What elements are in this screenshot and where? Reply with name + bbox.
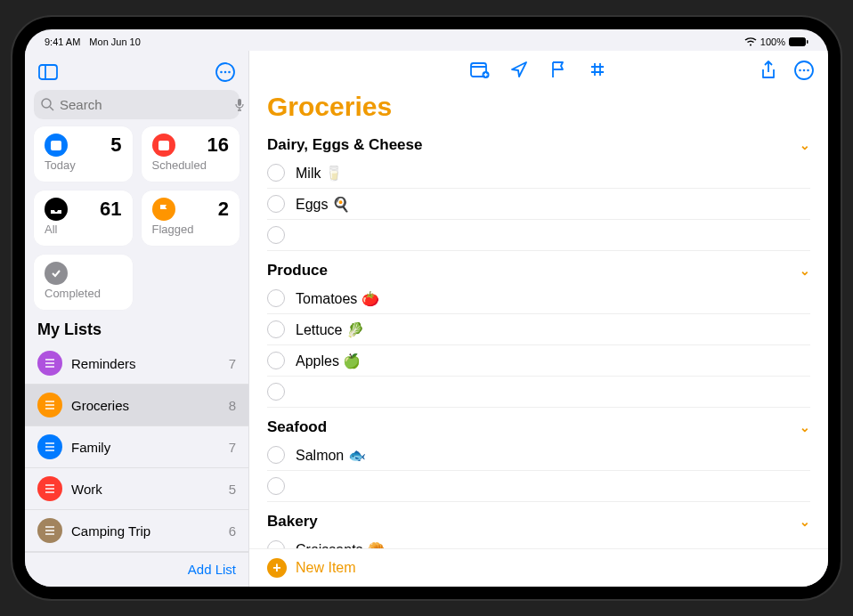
- new-item-button[interactable]: + New Item: [249, 548, 828, 587]
- main-pane: Groceries Dairy, Eggs & Cheese⌄Milk 🥛Egg…: [249, 51, 828, 587]
- item-text[interactable]: Apples 🍏: [296, 353, 810, 369]
- mic-icon[interactable]: [234, 98, 245, 112]
- more-icon[interactable]: [213, 60, 238, 85]
- status-battery: 100%: [760, 36, 785, 47]
- reminder-item[interactable]: Apples 🍏: [267, 345, 810, 377]
- item-text[interactable]: Milk 🥛: [296, 165, 810, 182]
- list-icon: [37, 393, 62, 417]
- complete-toggle[interactable]: [267, 195, 285, 213]
- list-icon: [37, 518, 62, 543]
- content: Dairy, Eggs & Cheese⌄Milk 🥛Eggs 🍳Produce…: [249, 131, 828, 548]
- list-title: Groceries: [249, 86, 828, 131]
- complete-toggle[interactable]: [267, 320, 285, 338]
- complete-toggle[interactable]: [267, 540, 285, 548]
- group-name: Dairy, Eggs & Cheese: [267, 136, 422, 154]
- smart-count: 5: [110, 134, 121, 157]
- smart-completed[interactable]: Completed: [34, 255, 133, 310]
- list-family[interactable]: Family 7: [25, 426, 248, 468]
- battery-icon: [789, 37, 808, 46]
- group-name: Produce: [267, 262, 328, 280]
- smart-scheduled[interactable]: 16 Scheduled: [142, 126, 240, 182]
- list-icon: [37, 476, 62, 501]
- wifi-icon: [744, 37, 757, 46]
- complete-toggle[interactable]: [267, 289, 285, 307]
- list-name: Camping Trip: [71, 523, 220, 539]
- list-count: 8: [229, 398, 236, 413]
- reminder-item[interactable]: Milk 🥛: [267, 158, 810, 189]
- reminder-item[interactable]: [267, 220, 810, 251]
- list-icon: [37, 351, 62, 376]
- smart-label: All: [45, 223, 122, 236]
- share-icon[interactable]: [759, 61, 778, 80]
- complete-toggle[interactable]: [267, 446, 285, 464]
- chevron-down-icon: ⌄: [800, 138, 810, 152]
- smart-today[interactable]: 5 Today: [34, 126, 133, 182]
- complete-toggle[interactable]: [267, 383, 285, 401]
- smart-lists: 5 Today 16 Scheduled 61 All 2 Flagged Co…: [25, 126, 248, 317]
- group-seafood: Seafood⌄Salmon 🐟: [267, 413, 810, 502]
- list-groceries[interactable]: Groceries 8: [25, 385, 248, 426]
- ipad-frame: 9:41 AM Mon Jun 10 100%: [12, 17, 841, 599]
- svg-rect-10: [238, 99, 241, 106]
- svg-point-7: [228, 71, 231, 74]
- calendar-add-icon[interactable]: [470, 60, 490, 79]
- reminder-item[interactable]: Croissants 🥐: [267, 534, 810, 548]
- group-header[interactable]: Dairy, Eggs & Cheese⌄: [267, 131, 810, 158]
- list-name: Family: [71, 440, 220, 455]
- reminder-item[interactable]: Lettuce 🥬: [267, 314, 810, 345]
- location-icon[interactable]: [509, 60, 529, 79]
- flag-icon[interactable]: [548, 60, 568, 79]
- tag-icon[interactable]: [588, 60, 607, 79]
- flag-icon: [152, 198, 175, 221]
- list-camping-trip[interactable]: Camping Trip 6: [25, 510, 248, 552]
- ipad-screen: 9:41 AM Mon Jun 10 100%: [25, 29, 828, 587]
- list-name: Work: [71, 482, 220, 497]
- svg-point-5: [220, 71, 223, 74]
- smart-all[interactable]: 61 All: [34, 190, 133, 246]
- main-toolbar: [249, 51, 828, 86]
- add-list-button[interactable]: Add List: [188, 562, 236, 577]
- search-input[interactable]: [60, 97, 229, 112]
- group-header[interactable]: Seafood⌄: [267, 413, 810, 440]
- list-name: Reminders: [71, 356, 220, 371]
- smart-count: 2: [218, 198, 229, 221]
- lists: Reminders 7 Groceries 8 Family 7 Work 5 …: [25, 343, 248, 552]
- complete-toggle[interactable]: [267, 352, 285, 369]
- group-header[interactable]: Bakery⌄: [267, 507, 810, 534]
- smart-flagged[interactable]: 2 Flagged: [142, 190, 240, 246]
- chevron-down-icon: ⌄: [800, 420, 810, 434]
- reminder-item[interactable]: Tomatoes 🍅: [267, 283, 810, 314]
- sidebar-toggle-icon[interactable]: [36, 60, 61, 85]
- my-lists-header: My Lists: [25, 317, 248, 343]
- list-count: 7: [229, 440, 236, 455]
- new-item-label: New Item: [296, 560, 356, 576]
- reminder-item[interactable]: Salmon 🐟: [267, 440, 810, 471]
- group-dairy-eggs-cheese: Dairy, Eggs & Cheese⌄Milk 🥛Eggs 🍳: [267, 131, 810, 251]
- more-main-icon[interactable]: [794, 61, 814, 80]
- group-produce: Produce⌄Tomatoes 🍅Lettuce 🥬Apples 🍏: [267, 256, 810, 408]
- svg-point-35: [803, 69, 806, 72]
- reminder-item[interactable]: Eggs 🍳: [267, 189, 810, 220]
- group-header[interactable]: Produce⌄: [267, 256, 810, 283]
- smart-count: 61: [100, 198, 121, 221]
- reminder-item[interactable]: [267, 471, 810, 502]
- item-text[interactable]: Croissants 🥐: [296, 541, 810, 549]
- list-work[interactable]: Work 5: [25, 468, 248, 510]
- calendar-icon: [45, 134, 68, 157]
- group-name: Bakery: [267, 513, 318, 531]
- search-box[interactable]: [34, 90, 240, 119]
- complete-toggle[interactable]: [267, 164, 285, 182]
- item-text[interactable]: Eggs 🍳: [296, 196, 810, 213]
- status-date: Mon Jun 10: [89, 36, 140, 47]
- check-icon: [45, 262, 68, 285]
- svg-point-8: [42, 99, 51, 108]
- list-reminders[interactable]: Reminders 7: [25, 343, 248, 385]
- complete-toggle[interactable]: [267, 477, 285, 495]
- status-time: 9:41 AM: [45, 36, 80, 47]
- complete-toggle[interactable]: [267, 226, 285, 244]
- smart-count: 16: [207, 134, 229, 157]
- item-text[interactable]: Tomatoes 🍅: [296, 290, 810, 307]
- item-text[interactable]: Lettuce 🥬: [296, 321, 810, 338]
- reminder-item[interactable]: [267, 377, 810, 408]
- item-text[interactable]: Salmon 🐟: [296, 447, 810, 464]
